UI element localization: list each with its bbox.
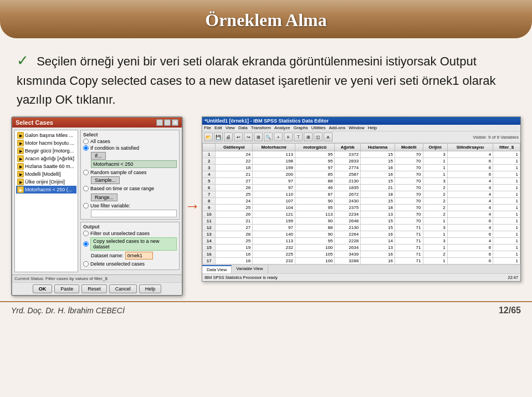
table-cell[interactable]: 13: [361, 211, 395, 218]
table-cell[interactable]: 71: [395, 231, 423, 238]
table-cell[interactable]: 1: [493, 171, 520, 178]
table-cell[interactable]: 18: [361, 205, 395, 211]
table-cell[interactable]: 1: [493, 238, 520, 245]
menu-item-help[interactable]: Help: [368, 125, 377, 130]
table-cell[interactable]: 70: [395, 185, 423, 191]
table-cell[interactable]: 95: [295, 238, 334, 245]
table-cell[interactable]: 6: [447, 245, 493, 251]
menu-item-analyze[interactable]: Analyze: [274, 125, 290, 130]
table-cell[interactable]: 198: [253, 158, 295, 165]
table-cell[interactable]: 90: [295, 198, 334, 205]
table-cell[interactable]: 2130: [335, 178, 361, 185]
variable-item[interactable]: ▶Aracın ağırlığı [Ağırlık]: [16, 155, 76, 162]
table-cell[interactable]: 3: [423, 238, 447, 245]
table-cell[interactable]: 71: [395, 225, 423, 231]
table-cell[interactable]: 1: [493, 211, 520, 218]
table-cell[interactable]: 1: [493, 158, 520, 165]
table-cell[interactable]: 2672: [335, 191, 361, 198]
table-cell[interactable]: 87: [295, 191, 334, 198]
go-to-case-icon[interactable]: ⊞: [254, 133, 263, 141]
cancel-button[interactable]: Cancel: [109, 284, 137, 293]
table-cell[interactable]: 21: [216, 218, 253, 225]
table-cell[interactable]: 97: [253, 178, 295, 185]
table-cell[interactable]: 21: [361, 185, 395, 191]
table-cell[interactable]: 200: [253, 171, 295, 178]
table-cell[interactable]: 140: [253, 231, 295, 238]
table-cell[interactable]: 2: [423, 251, 447, 258]
table-cell[interactable]: 4: [447, 178, 493, 185]
table-cell[interactable]: 1: [423, 258, 447, 264]
table-cell[interactable]: 18: [216, 165, 253, 171]
table-cell[interactable]: 2130: [335, 225, 361, 231]
table-cell[interactable]: 2375: [335, 205, 361, 211]
menu-item-utilities[interactable]: Utilities: [311, 125, 326, 130]
menu-item-edit[interactable]: Edit: [214, 125, 222, 130]
table-cell[interactable]: 24: [216, 151, 253, 158]
time-range-radio[interactable]: [83, 186, 89, 191]
help-button[interactable]: Help: [139, 284, 162, 293]
table-cell[interactable]: 2833: [335, 158, 361, 165]
table-cell[interactable]: 1: [423, 231, 447, 238]
table-cell[interactable]: 71: [395, 251, 423, 258]
table-cell[interactable]: 1835: [335, 185, 361, 191]
table-cell[interactable]: 16: [361, 171, 395, 178]
random-sample-radio[interactable]: [83, 170, 89, 175]
table-cell[interactable]: 121: [253, 211, 295, 218]
weight-icon[interactable]: ⊞: [304, 133, 313, 141]
table-cell[interactable]: 3: [423, 225, 447, 231]
ok-button[interactable]: OK: [33, 284, 53, 293]
filter-var-input[interactable]: [91, 210, 177, 217]
table-cell[interactable]: 70: [395, 165, 423, 171]
reset-button[interactable]: Reset: [81, 284, 107, 293]
table-cell[interactable]: 97: [253, 185, 295, 191]
table-cell[interactable]: 16: [361, 165, 395, 171]
table-cell[interactable]: 70: [395, 191, 423, 198]
table-cell[interactable]: 1: [493, 185, 520, 191]
table-cell[interactable]: 16: [361, 231, 395, 238]
table-cell[interactable]: 1: [493, 205, 520, 211]
table-cell[interactable]: 2587: [335, 171, 361, 178]
table-cell[interactable]: 1: [423, 171, 447, 178]
table-cell[interactable]: 70: [395, 198, 423, 205]
table-cell[interactable]: 15: [361, 218, 395, 225]
table-cell[interactable]: 232: [253, 245, 295, 251]
table-cell[interactable]: 28: [216, 231, 253, 238]
table-cell[interactable]: 1: [493, 165, 520, 171]
table-cell[interactable]: 2430: [335, 198, 361, 205]
paste-button[interactable]: Paste: [54, 284, 79, 293]
table-cell[interactable]: 24: [216, 198, 253, 205]
table-cell[interactable]: 27: [216, 225, 253, 231]
table-cell[interactable]: 18: [216, 258, 253, 264]
table-cell[interactable]: 1: [493, 245, 520, 251]
table-cell[interactable]: 71: [395, 238, 423, 245]
table-cell[interactable]: 1: [423, 218, 447, 225]
table-cell[interactable]: 1: [423, 158, 447, 165]
table-cell[interactable]: 71: [395, 258, 423, 264]
table-cell[interactable]: 1: [493, 258, 520, 264]
table-cell[interactable]: 2: [423, 205, 447, 211]
table-cell[interactable]: 1: [493, 218, 520, 225]
table-cell[interactable]: 3: [423, 178, 447, 185]
table-cell[interactable]: 4: [447, 211, 493, 218]
save-icon[interactable]: 💾: [214, 133, 223, 141]
table-cell[interactable]: 1: [493, 225, 520, 231]
table-cell[interactable]: 70: [395, 158, 423, 165]
variable-item[interactable]: ▶Motor hacmi boyutu ...: [16, 139, 76, 147]
table-cell[interactable]: 6: [447, 171, 493, 178]
table-cell[interactable]: 1: [493, 178, 520, 185]
table-cell[interactable]: 113: [253, 151, 295, 158]
menu-item-transform[interactable]: Transform: [251, 125, 271, 130]
value-labels-icon[interactable]: A: [324, 133, 332, 141]
table-cell[interactable]: 2234: [335, 211, 361, 218]
table-cell[interactable]: 19: [216, 245, 253, 251]
table-cell[interactable]: 97: [295, 165, 334, 171]
table-cell[interactable]: 25: [216, 191, 253, 198]
table-cell[interactable]: 232: [253, 258, 295, 264]
table-cell[interactable]: 4: [447, 185, 493, 191]
variable-item[interactable]: ▶Galon başına Miles ...: [16, 131, 76, 139]
table-cell[interactable]: 16: [361, 258, 395, 264]
table-cell[interactable]: 85: [295, 171, 334, 178]
table-cell[interactable]: 97: [253, 225, 295, 231]
table-cell[interactable]: 6: [447, 251, 493, 258]
copy-selected-radio[interactable]: [83, 241, 89, 247]
